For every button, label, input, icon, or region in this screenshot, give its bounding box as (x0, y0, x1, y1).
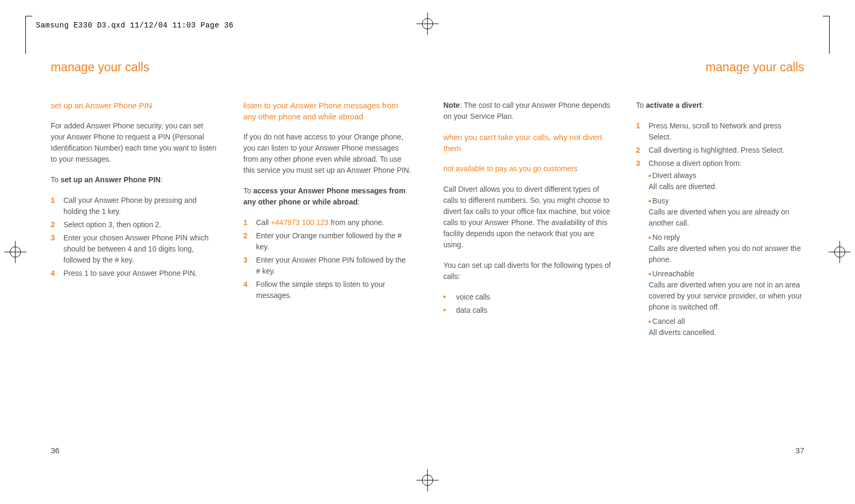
step-item: 1Call your Answer Phone by pressing and … (51, 195, 219, 217)
crop-mark (25, 16, 32, 54)
column: To activate a divert: 1Press Menu, scrol… (636, 100, 805, 441)
instruction-lead: To set up an Answer Phone PIN: (51, 174, 219, 185)
page-number: 37 (795, 445, 804, 457)
divert-option: UnreachableCalls are diverted when you a… (649, 268, 805, 313)
divert-option: Cancel allAll diverts cancelled. (649, 316, 805, 338)
registration-mark-icon (416, 469, 439, 491)
step-list: 1Call +447973 100 123 from any phone.2En… (244, 217, 412, 301)
print-slug: Samsung E330 D3.qxd 11/12/04 11:03 Page … (36, 20, 234, 31)
page-left: manage your calls set up an Answer Phone… (51, 58, 428, 441)
step-list: 1Call your Answer Phone by pressing and … (51, 195, 219, 279)
step-item: 3Choose a divert option from:Divert alwa… (636, 158, 805, 341)
step-item: 2Enter your Orange number followed by th… (244, 230, 412, 253)
phone-number: +447973 100 123 (271, 218, 329, 227)
step-item: 3Enter your chosen Answer Phone PIN whic… (51, 232, 219, 266)
page-number: 36 (51, 445, 60, 457)
step-list: 1Press Menu, scroll to Network and press… (636, 120, 805, 341)
divert-option: BusyCalls are diverted when you are alre… (649, 195, 805, 229)
bullet-list: voice callsdata calls (443, 292, 612, 316)
body-text: You can set up call diverts for the foll… (443, 260, 612, 282)
section-heading: set up an Answer Phone PIN (51, 100, 219, 111)
page-title: manage your calls (51, 58, 412, 77)
step-item: 1Press Menu, scroll to Network and press… (636, 120, 805, 143)
divert-options-list: Divert alwaysAll calls are diverted.Busy… (649, 170, 805, 338)
page-spread: manage your calls set up an Answer Phone… (51, 58, 804, 441)
instruction-lead: To access your Answer Phone messages fro… (244, 185, 412, 208)
page-right: manage your calls Note: The cost to call… (428, 58, 804, 441)
list-item: voice calls (443, 292, 612, 303)
column: set up an Answer Phone PIN For added Ans… (51, 100, 219, 441)
section-heading: listen to your Answer Phone messages fro… (244, 100, 412, 122)
step-item: 2Select option 3, then option 2. (51, 219, 219, 230)
note-text: Note: The cost to call your Answer Phone… (443, 100, 612, 122)
step-item: 4Press 1 to save your Answer Phone PIN. (51, 268, 219, 279)
instruction-lead: To activate a divert: (636, 100, 805, 111)
column: Note: The cost to call your Answer Phone… (443, 100, 612, 441)
step-item: 3Enter your Answer Phone PIN followed by… (244, 255, 412, 277)
column: listen to your Answer Phone messages fro… (244, 100, 412, 441)
step-item: 1Call +447973 100 123 from any phone. (244, 217, 412, 228)
page-title: manage your calls (443, 58, 804, 77)
body-text: If you do not have access to your Orange… (244, 132, 412, 176)
registration-mark-icon (829, 241, 851, 263)
divert-option: Divert alwaysAll calls are diverted. (649, 170, 805, 192)
section-heading: when you can't take your calls, why not … (443, 132, 612, 154)
availability-note: not available to pay as you go customers (443, 163, 612, 174)
step-item: 4Follow the simple steps to listen to yo… (244, 279, 412, 301)
registration-mark-icon (4, 241, 26, 263)
divert-option: No replyCalls are diverted when you do n… (649, 232, 805, 265)
step-item: 2Call diverting is highlighted. Press Se… (636, 145, 805, 156)
registration-mark-icon (416, 13, 439, 35)
crop-mark (823, 16, 830, 54)
body-text: For added Answer Phone security, you can… (51, 120, 219, 165)
body-text: Call Divert allows you to divert differe… (443, 184, 612, 250)
list-item: data calls (443, 305, 612, 316)
